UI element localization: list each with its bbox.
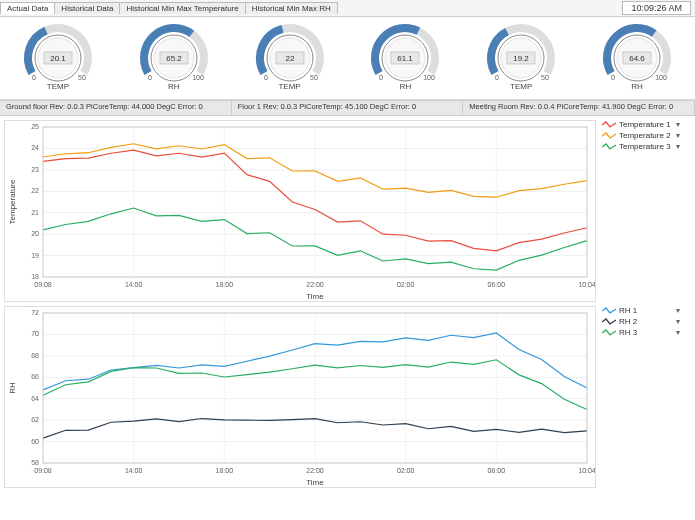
svg-text:0: 0 — [379, 74, 383, 81]
gauge-value: 64.6 — [629, 54, 645, 63]
gauge-rh-1: 65.2 0 100 RH — [124, 22, 224, 98]
tab-3[interactable]: Historical Min Max RH — [245, 2, 338, 14]
svg-text:18:00: 18:00 — [216, 281, 234, 288]
temperature-legend: Temperature 1▾Temperature 2▾Temperature … — [600, 116, 682, 302]
svg-text:10:04: 10:04 — [578, 467, 595, 474]
svg-text:02:00: 02:00 — [397, 281, 415, 288]
chevron-down-icon[interactable]: ▾ — [676, 306, 680, 315]
svg-text:09:08: 09:08 — [34, 467, 52, 474]
gauge-temp-2: 22 0 50 TEMP — [240, 22, 340, 98]
status-row: Ground floor Rev: 0.0.3 PiCoreTemp: 44.0… — [0, 100, 695, 116]
gauge-value: 65.2 — [166, 54, 182, 63]
legend-label: RH 2 — [619, 317, 637, 326]
svg-text:25: 25 — [31, 123, 39, 130]
svg-text:0: 0 — [264, 74, 268, 81]
svg-text:20: 20 — [31, 230, 39, 237]
svg-text:22:00: 22:00 — [306, 281, 324, 288]
svg-text:100: 100 — [655, 74, 667, 81]
chevron-down-icon[interactable]: ▾ — [676, 142, 680, 151]
chevron-down-icon[interactable]: ▾ — [676, 328, 680, 337]
gauge-unit-label: TEMP — [8, 82, 108, 91]
svg-text:50: 50 — [541, 74, 549, 81]
legend-item-0[interactable]: RH 1▾ — [602, 306, 680, 315]
gauge-unit-label: RH — [587, 82, 687, 91]
rh-legend: RH 1▾RH 2▾RH 3▾ — [600, 302, 682, 488]
svg-text:24: 24 — [31, 144, 39, 151]
svg-text:62: 62 — [31, 416, 39, 423]
svg-text:21: 21 — [31, 209, 39, 216]
svg-text:64: 64 — [31, 395, 39, 402]
gauge-temp-0: 20.1 0 50 TEMP — [8, 22, 108, 98]
legend-label: Temperature 3 — [619, 142, 671, 151]
tab-strip: Actual DataHistorical DataHistorical Min… — [0, 2, 337, 14]
status-cell-2: Meeting Room Rev: 0.0.4 PiCoreTemp: 41.9… — [463, 101, 695, 115]
gauge-rh-3: 61.1 0 100 RH — [355, 22, 455, 98]
rh-chart-zone: 586062646668707209:0814:0018:0022:0002:0… — [0, 302, 695, 488]
tab-0[interactable]: Actual Data — [0, 2, 55, 14]
svg-text:100: 100 — [192, 74, 204, 81]
legend-item-0[interactable]: Temperature 1▾ — [602, 120, 680, 129]
svg-text:06:00: 06:00 — [488, 281, 506, 288]
legend-item-1[interactable]: Temperature 2▾ — [602, 131, 680, 140]
gauge-unit-label: TEMP — [471, 82, 571, 91]
legend-item-2[interactable]: RH 3▾ — [602, 328, 680, 337]
svg-text:50: 50 — [310, 74, 318, 81]
svg-text:60: 60 — [31, 438, 39, 445]
svg-text:0: 0 — [611, 74, 615, 81]
status-cell-1: Floor 1 Rev: 0.0.3 PiCoreTemp: 45.100 De… — [232, 101, 464, 115]
svg-text:06:00: 06:00 — [488, 467, 506, 474]
gauge-value: 19.2 — [513, 54, 529, 63]
svg-text:18:00: 18:00 — [216, 467, 234, 474]
gauge-rh-5: 64.6 0 100 RH — [587, 22, 687, 98]
top-bar: Actual DataHistorical DataHistorical Min… — [0, 0, 695, 17]
svg-text:19: 19 — [31, 252, 39, 259]
tab-2[interactable]: Historical Min Max Temperature — [119, 2, 245, 14]
svg-text:66: 66 — [31, 373, 39, 380]
gauge-row: 20.1 0 50 TEMP 65.2 0 100 RH 22 0 50 TEM… — [0, 17, 695, 100]
svg-text:14:00: 14:00 — [125, 281, 143, 288]
temperature-chart-zone: 181920212223242509:0814:0018:0022:0002:0… — [0, 116, 695, 302]
tab-1[interactable]: Historical Data — [54, 2, 120, 14]
svg-text:18: 18 — [31, 273, 39, 280]
gauge-value: 22 — [285, 54, 294, 63]
legend-label: RH 3 — [619, 328, 637, 337]
svg-text:100: 100 — [424, 74, 436, 81]
legend-label: RH 1 — [619, 306, 637, 315]
svg-text:0: 0 — [148, 74, 152, 81]
svg-text:09:08: 09:08 — [34, 281, 52, 288]
svg-text:50: 50 — [78, 74, 86, 81]
svg-text:RH: RH — [8, 382, 17, 394]
svg-text:0: 0 — [32, 74, 36, 81]
svg-text:Time: Time — [306, 478, 324, 487]
svg-text:23: 23 — [31, 166, 39, 173]
svg-text:68: 68 — [31, 352, 39, 359]
svg-text:72: 72 — [31, 309, 39, 316]
svg-text:22:00: 22:00 — [306, 467, 324, 474]
svg-text:Temperature: Temperature — [8, 179, 17, 224]
gauge-unit-label: RH — [124, 82, 224, 91]
chevron-down-icon[interactable]: ▾ — [676, 120, 680, 129]
temperature-chart[interactable]: 181920212223242509:0814:0018:0022:0002:0… — [4, 120, 596, 302]
rh-chart[interactable]: 586062646668707209:0814:0018:0022:0002:0… — [4, 306, 596, 488]
gauge-value: 61.1 — [398, 54, 414, 63]
svg-text:22: 22 — [31, 187, 39, 194]
legend-label: Temperature 1 — [619, 120, 671, 129]
clock-display: 10:09:26 AM — [622, 1, 691, 15]
chevron-down-icon[interactable]: ▾ — [676, 317, 680, 326]
gauge-temp-4: 19.2 0 50 TEMP — [471, 22, 571, 98]
svg-text:10:04: 10:04 — [578, 281, 595, 288]
legend-item-1[interactable]: RH 2▾ — [602, 317, 680, 326]
svg-text:58: 58 — [31, 459, 39, 466]
svg-text:Time: Time — [306, 292, 324, 301]
gauge-value: 20.1 — [50, 54, 66, 63]
gauge-unit-label: TEMP — [240, 82, 340, 91]
chevron-down-icon[interactable]: ▾ — [676, 131, 680, 140]
svg-text:02:00: 02:00 — [397, 467, 415, 474]
status-cell-0: Ground floor Rev: 0.0.3 PiCoreTemp: 44.0… — [0, 101, 232, 115]
svg-text:0: 0 — [495, 74, 499, 81]
legend-label: Temperature 2 — [619, 131, 671, 140]
svg-text:14:00: 14:00 — [125, 467, 143, 474]
gauge-unit-label: RH — [355, 82, 455, 91]
svg-text:70: 70 — [31, 330, 39, 337]
legend-item-2[interactable]: Temperature 3▾ — [602, 142, 680, 151]
